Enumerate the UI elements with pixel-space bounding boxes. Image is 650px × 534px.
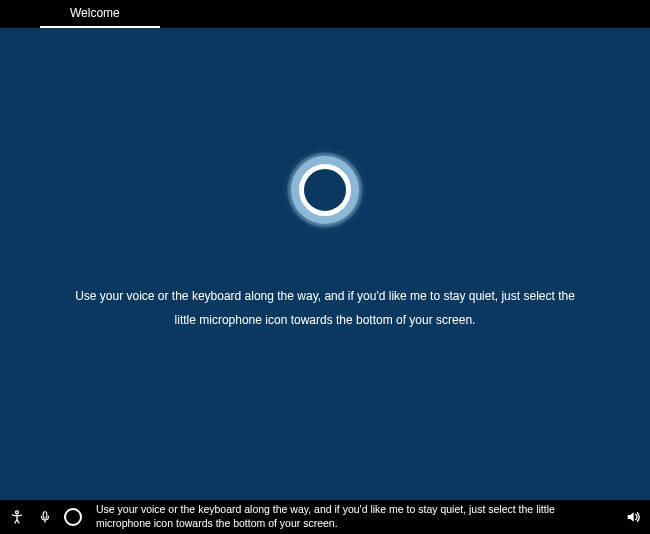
- main-content: Use your voice or the keyboard along the…: [0, 28, 650, 500]
- cortana-message: Use your voice or the keyboard along the…: [75, 284, 575, 332]
- accessibility-icon[interactable]: [8, 508, 26, 526]
- svg-rect-1: [43, 512, 47, 518]
- microphone-icon[interactable]: [36, 508, 54, 526]
- tab-welcome[interactable]: Welcome: [40, 0, 160, 28]
- svg-point-0: [16, 511, 19, 514]
- footer-caption: Use your voice or the keyboard along the…: [92, 503, 614, 530]
- header-bar: Welcome: [0, 0, 650, 28]
- cortana-icon[interactable]: [64, 508, 82, 526]
- cortana-ring-icon: [291, 156, 359, 224]
- footer-bar: Use your voice or the keyboard along the…: [0, 500, 650, 534]
- volume-icon[interactable]: [624, 508, 642, 526]
- tab-strip: Welcome: [0, 0, 160, 28]
